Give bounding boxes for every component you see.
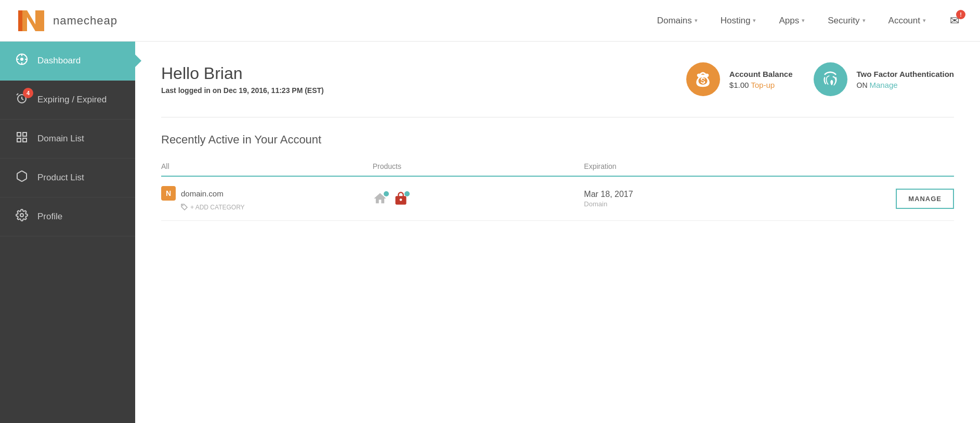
logo-area: namecheap <box>16 8 117 34</box>
svg-point-13 <box>182 205 183 206</box>
dashboard-icon <box>15 53 29 69</box>
svg-point-2 <box>20 58 23 61</box>
chevron-down-icon: ▾ <box>802 17 805 24</box>
main-layout: Dashboard 4 Expiring / Expired Domain Li… <box>0 42 980 423</box>
balance-info: Account Balance $1.00 Top-up <box>729 70 793 89</box>
sidebar: Dashboard 4 Expiring / Expired Domain Li… <box>0 42 135 423</box>
add-category[interactable]: + ADD CATEGORY <box>181 204 373 211</box>
hello-text: Hello Brian Last logged in on Dec 19, 20… <box>161 64 324 95</box>
domain-name: domain.com <box>181 189 224 198</box>
two-factor-widget: Two Factor Authentication ON Manage <box>814 62 955 96</box>
expiration-col: Mar 18, 2017 Domain <box>584 190 795 208</box>
hello-section: Hello Brian Last logged in on Dec 19, 20… <box>161 62 954 96</box>
action-col: MANAGE <box>795 189 954 209</box>
domain-list-icon <box>15 131 29 147</box>
col-products-header: Products <box>373 162 584 170</box>
chevron-down-icon: ▾ <box>923 17 926 24</box>
sidebar-item-product-list[interactable]: Product List <box>0 158 135 197</box>
expiring-badge: 4 <box>23 88 33 98</box>
svg-rect-11 <box>23 138 27 142</box>
sidebar-label-domain-list: Domain List <box>37 134 84 144</box>
col-all-header: All <box>161 162 373 170</box>
domain-name-row: N domain.com <box>161 186 373 201</box>
sidebar-item-dashboard[interactable]: Dashboard <box>0 42 135 81</box>
sidebar-label-product-list: Product List <box>37 173 84 183</box>
chevron-down-icon: ▾ <box>753 17 756 24</box>
balance-label: Account Balance <box>729 70 793 78</box>
domain-favicon: N <box>161 186 176 201</box>
main-content: Hello Brian Last logged in on Dec 19, 20… <box>135 42 980 423</box>
section-title: Recently Active in Your Account <box>161 133 954 147</box>
nav-links: Domains ▾ Hosting ▾ Apps ▾ Security ▾ Ac… <box>648 10 964 31</box>
last-login-text: Last logged in on Dec 19, 2016, 11:23 PM… <box>161 86 324 95</box>
sidebar-label-profile: Profile <box>37 212 62 222</box>
table-header: All Products Expiration <box>161 157 954 177</box>
two-factor-icon <box>814 62 847 96</box>
nav-item-account[interactable]: Account ▾ <box>879 10 935 31</box>
balance-widget: Account Balance $1.00 Top-up <box>686 62 793 96</box>
balance-amount: $1.00 <box>729 81 749 89</box>
topup-link[interactable]: Top-up <box>751 81 775 89</box>
two-factor-info: Two Factor Authentication ON Manage <box>857 70 955 89</box>
two-factor-label: Two Factor Authentication <box>857 70 955 78</box>
domain-info: N domain.com + ADD CATEGORY <box>161 186 373 211</box>
svg-rect-8 <box>17 133 21 136</box>
logo-text: namecheap <box>53 14 117 28</box>
mail-badge: ! <box>956 10 965 19</box>
profile-icon <box>15 209 29 224</box>
svg-rect-10 <box>17 138 21 142</box>
manage-button[interactable]: MANAGE <box>896 189 954 209</box>
balance-icon <box>686 62 720 96</box>
product-dot <box>384 191 389 196</box>
product-list-icon <box>15 170 29 186</box>
sidebar-label-expiring: Expiring / Expired <box>37 95 107 105</box>
two-factor-status: ON <box>857 81 868 89</box>
manage-two-factor-link[interactable]: Manage <box>869 81 897 89</box>
exp-type: Domain <box>584 200 795 208</box>
chevron-down-icon: ▾ <box>695 17 698 24</box>
chevron-down-icon: ▾ <box>863 17 866 24</box>
products-col <box>373 191 584 206</box>
sidebar-item-domain-list[interactable]: Domain List <box>0 120 135 158</box>
recently-active-section: Recently Active in Your Account All Prod… <box>161 133 954 221</box>
divider <box>161 117 954 117</box>
hosting-product-icon <box>373 191 387 206</box>
tag-icon <box>181 204 188 211</box>
logo-icon <box>16 8 47 34</box>
product-dot-2 <box>404 191 410 196</box>
table-row: N domain.com + ADD CATEGORY <box>161 177 954 221</box>
exp-date: Mar 18, 2017 <box>584 190 795 199</box>
col-expiration-header: Expiration <box>584 162 795 170</box>
sidebar-item-expiring[interactable]: 4 Expiring / Expired <box>0 81 135 120</box>
account-widgets: Account Balance $1.00 Top-up <box>686 62 954 96</box>
nav-item-apps[interactable]: Apps ▾ <box>769 10 814 31</box>
top-nav: namecheap Domains ▾ Hosting ▾ Apps ▾ Sec… <box>0 0 980 42</box>
ssl-product-icon <box>394 191 408 206</box>
nav-item-security[interactable]: Security ▾ <box>818 10 874 31</box>
greeting-text: Hello Brian <box>161 64 324 83</box>
svg-point-12 <box>20 214 23 217</box>
sidebar-label-dashboard: Dashboard <box>37 56 81 66</box>
nav-item-domains[interactable]: Domains ▾ <box>648 10 707 31</box>
sidebar-item-profile[interactable]: Profile <box>0 197 135 236</box>
nav-item-hosting[interactable]: Hosting ▾ <box>711 10 766 31</box>
svg-rect-9 <box>23 133 27 136</box>
mail-button[interactable]: ✉ ! <box>945 11 964 31</box>
